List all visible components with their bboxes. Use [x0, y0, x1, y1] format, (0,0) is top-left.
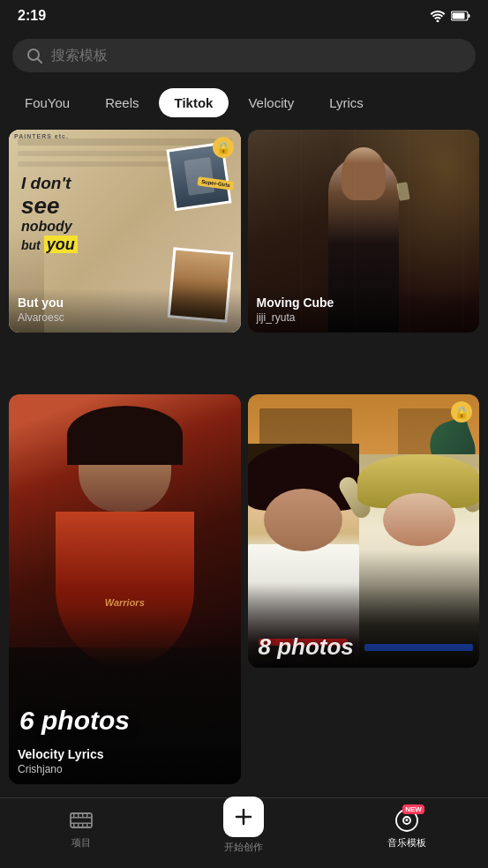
photo-count-8: 8 photos [259, 633, 354, 661]
svg-rect-12 [73, 824, 75, 827]
card-but-you[interactable]: 🔒 PAINTERS etc. I don't see nobody but y… [9, 130, 241, 333]
svg-rect-7 [71, 823, 92, 825]
card-info: Velocity Lyrics Crishjano [9, 740, 241, 784]
nav-label-music: 音乐模板 [387, 836, 426, 849]
photo-count-label: 6 photos [19, 706, 130, 736]
nav-item-create[interactable]: 开始创作 [162, 804, 325, 854]
tab-velocity[interactable]: Velocity [232, 88, 310, 117]
card-author: jiji_ryuta [257, 311, 471, 324]
svg-rect-13 [78, 824, 79, 827]
search-bar[interactable] [12, 39, 476, 72]
card-author: Alvaroesc [18, 311, 232, 324]
status-time: 2:19 [18, 8, 46, 24]
svg-rect-11 [86, 813, 88, 817]
nav-item-projects[interactable]: 项目 [0, 808, 162, 849]
svg-rect-2 [469, 14, 470, 18]
search-icon [26, 48, 42, 64]
music-icon: NEW [394, 808, 419, 833]
status-icons [430, 10, 470, 22]
wifi-icon [430, 10, 446, 22]
tab-lyrics[interactable]: Lyrics [313, 88, 379, 117]
film-icon [69, 808, 94, 833]
card-title: But you [18, 296, 232, 310]
card-title: Moving Cube [257, 296, 471, 310]
svg-rect-10 [82, 813, 84, 817]
tab-fouyou[interactable]: FouYou [9, 88, 86, 117]
nav-label-create: 开始创作 [224, 841, 263, 854]
card-moving-cube[interactable]: Moving Cube jiji_ryuta [248, 130, 480, 333]
new-badge: NEW [402, 804, 424, 814]
tab-tiktok[interactable]: Tiktok [159, 88, 229, 117]
svg-line-4 [38, 59, 42, 64]
card-velocity-lyrics[interactable]: Warriors 6 photos Velocity Lyrics Crishj… [9, 394, 241, 784]
svg-rect-14 [82, 824, 84, 827]
tabs-bar: FouYou Reels Tiktok Velocity Lyrics [0, 79, 488, 126]
template-grid: 🔒 PAINTERS etc. I don't see nobody but y… [0, 126, 488, 788]
card-info: Moving Cube jiji_ryuta [248, 288, 480, 333]
status-bar: 2:19 [0, 0, 488, 32]
svg-rect-6 [71, 817, 92, 819]
lock-badge: 🔒 [213, 137, 234, 158]
plus-icon [223, 797, 264, 837]
card-info: But you Alvaroesc [9, 288, 241, 333]
tab-reels[interactable]: Reels [89, 88, 154, 117]
svg-rect-15 [86, 824, 88, 827]
card-title: Velocity Lyrics [18, 747, 232, 761]
card-8photos[interactable]: 🔒 [248, 394, 480, 668]
nav-item-music-template[interactable]: NEW 音乐模板 [326, 808, 488, 849]
nav-label-projects: 项目 [71, 836, 91, 849]
card-author: Crishjano [18, 763, 232, 775]
svg-rect-8 [73, 813, 75, 817]
lock-badge: 🔒 [451, 401, 472, 423]
search-input[interactable] [51, 48, 462, 64]
bottom-nav: 项目 开始创作 NEW 音乐模板 [0, 797, 488, 868]
svg-rect-9 [78, 813, 79, 817]
battery-icon [451, 11, 470, 21]
svg-rect-1 [453, 13, 465, 19]
